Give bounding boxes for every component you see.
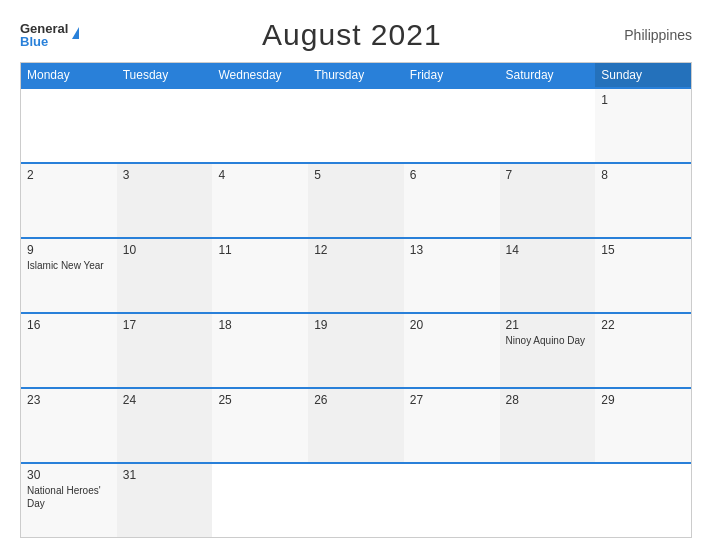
day-number: 30 <box>27 468 111 482</box>
calendar-cell: 8 <box>595 164 691 237</box>
holiday-name: National Heroes' Day <box>27 484 111 510</box>
day-number: 27 <box>410 393 494 407</box>
calendar-cell <box>308 464 404 537</box>
page: General Blue August 2021 Philippines Mon… <box>0 0 712 550</box>
calendar-cell: 11 <box>212 239 308 312</box>
calendar-cell: 2 <box>21 164 117 237</box>
calendar-cell: 7 <box>500 164 596 237</box>
day-number: 24 <box>123 393 207 407</box>
calendar-row: 23242526272829 <box>21 387 691 462</box>
calendar-cell: 3 <box>117 164 213 237</box>
day-number: 9 <box>27 243 111 257</box>
calendar-cell: 1 <box>595 89 691 162</box>
calendar-row: 1 <box>21 87 691 162</box>
calendar-cell <box>500 464 596 537</box>
calendar-cell <box>212 89 308 162</box>
calendar-cell: 27 <box>404 389 500 462</box>
logo-blue: Blue <box>20 35 68 48</box>
calendar-cell: 29 <box>595 389 691 462</box>
day-number: 13 <box>410 243 494 257</box>
day-number: 2 <box>27 168 111 182</box>
calendar: Monday Tuesday Wednesday Thursday Friday… <box>20 62 692 538</box>
weekday-saturday: Saturday <box>500 63 596 87</box>
calendar-cell: 28 <box>500 389 596 462</box>
day-number: 26 <box>314 393 398 407</box>
calendar-cell: 18 <box>212 314 308 387</box>
calendar-cell: 14 <box>500 239 596 312</box>
day-number: 1 <box>601 93 685 107</box>
calendar-cell: 17 <box>117 314 213 387</box>
day-number: 23 <box>27 393 111 407</box>
day-number: 18 <box>218 318 302 332</box>
calendar-row: 161718192021Ninoy Aquino Day22 <box>21 312 691 387</box>
day-number: 3 <box>123 168 207 182</box>
calendar-cell <box>500 89 596 162</box>
calendar-cell: 9Islamic New Year <box>21 239 117 312</box>
day-number: 10 <box>123 243 207 257</box>
calendar-cell: 19 <box>308 314 404 387</box>
calendar-cell: 20 <box>404 314 500 387</box>
calendar-cell <box>404 89 500 162</box>
calendar-cell: 4 <box>212 164 308 237</box>
calendar-cell: 31 <box>117 464 213 537</box>
day-number: 4 <box>218 168 302 182</box>
calendar-cell: 30National Heroes' Day <box>21 464 117 537</box>
calendar-row: 2345678 <box>21 162 691 237</box>
calendar-cell <box>595 464 691 537</box>
logo: General Blue <box>20 22 79 48</box>
day-number: 19 <box>314 318 398 332</box>
calendar-cell <box>308 89 404 162</box>
calendar-cell <box>404 464 500 537</box>
day-number: 8 <box>601 168 685 182</box>
day-number: 15 <box>601 243 685 257</box>
calendar-header: Monday Tuesday Wednesday Thursday Friday… <box>21 63 691 87</box>
calendar-cell: 23 <box>21 389 117 462</box>
calendar-cell <box>117 89 213 162</box>
calendar-cell: 16 <box>21 314 117 387</box>
calendar-cell <box>21 89 117 162</box>
calendar-cell: 10 <box>117 239 213 312</box>
weekday-thursday: Thursday <box>308 63 404 87</box>
calendar-cell: 25 <box>212 389 308 462</box>
weekday-tuesday: Tuesday <box>117 63 213 87</box>
day-number: 6 <box>410 168 494 182</box>
weekday-monday: Monday <box>21 63 117 87</box>
weekday-wednesday: Wednesday <box>212 63 308 87</box>
calendar-row: 9Islamic New Year101112131415 <box>21 237 691 312</box>
day-number: 28 <box>506 393 590 407</box>
weekday-sunday: Sunday <box>595 63 691 87</box>
day-number: 21 <box>506 318 590 332</box>
day-number: 17 <box>123 318 207 332</box>
country-name: Philippines <box>624 27 692 43</box>
calendar-cell: 15 <box>595 239 691 312</box>
calendar-cell: 12 <box>308 239 404 312</box>
weekday-friday: Friday <box>404 63 500 87</box>
calendar-cell: 22 <box>595 314 691 387</box>
calendar-row: 30National Heroes' Day31 <box>21 462 691 537</box>
calendar-cell: 6 <box>404 164 500 237</box>
day-number: 20 <box>410 318 494 332</box>
day-number: 7 <box>506 168 590 182</box>
day-number: 25 <box>218 393 302 407</box>
day-number: 12 <box>314 243 398 257</box>
day-number: 14 <box>506 243 590 257</box>
day-number: 29 <box>601 393 685 407</box>
month-title: August 2021 <box>262 18 441 52</box>
header: General Blue August 2021 Philippines <box>20 18 692 52</box>
day-number: 31 <box>123 468 207 482</box>
calendar-body: 123456789Islamic New Year101112131415161… <box>21 87 691 537</box>
day-number: 11 <box>218 243 302 257</box>
day-number: 16 <box>27 318 111 332</box>
logo-triangle-icon <box>72 27 79 39</box>
holiday-name: Ninoy Aquino Day <box>506 334 590 347</box>
calendar-cell: 26 <box>308 389 404 462</box>
holiday-name: Islamic New Year <box>27 259 111 272</box>
calendar-cell: 21Ninoy Aquino Day <box>500 314 596 387</box>
calendar-cell: 13 <box>404 239 500 312</box>
calendar-cell: 24 <box>117 389 213 462</box>
day-number: 5 <box>314 168 398 182</box>
day-number: 22 <box>601 318 685 332</box>
calendar-cell: 5 <box>308 164 404 237</box>
calendar-cell <box>212 464 308 537</box>
